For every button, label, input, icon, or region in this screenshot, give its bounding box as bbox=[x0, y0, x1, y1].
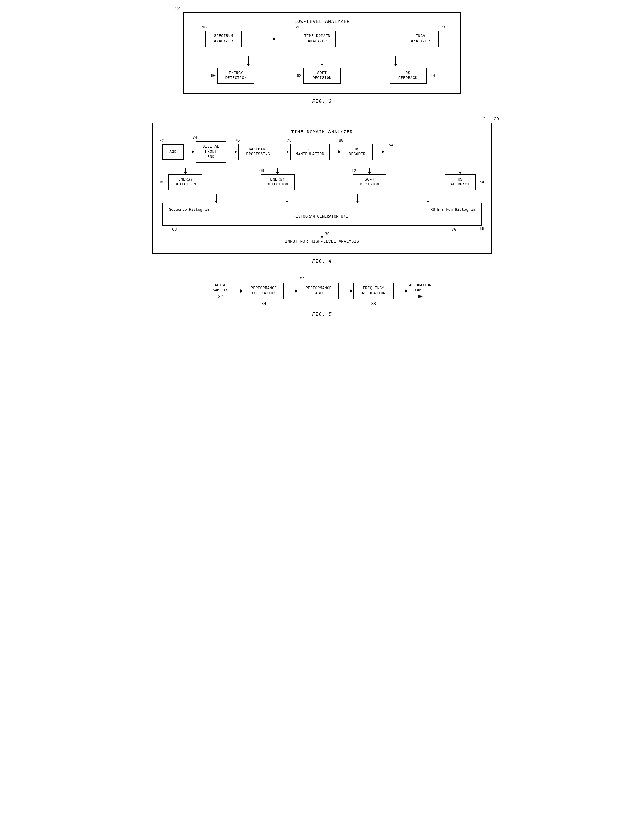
fig4-top-row: 72 A2D 74 DIGITALFRONTEND 76 bbox=[162, 141, 482, 163]
bit-manipulation-label: BITMANIPULATION bbox=[296, 147, 324, 157]
arrow-dfe-bbp bbox=[228, 152, 237, 152]
soft-dec-col: 62 SOFTDECISION bbox=[353, 168, 386, 191]
output-down-arrow: 30 bbox=[322, 229, 322, 238]
soft-dec-ref: 62 bbox=[351, 169, 356, 173]
noise-samples-label: NOISESAMPLES bbox=[213, 283, 228, 293]
down-arrow-inca bbox=[396, 57, 396, 66]
time-domain-analyzer-box: TIME DOMAINANALYZER bbox=[299, 31, 336, 47]
energy-det-2-col: 60 ENERGYDETECTION bbox=[261, 168, 294, 191]
histogram-box: Sequence_Histogram RS_Err_Num_Histogram … bbox=[162, 203, 482, 226]
energy-detection-box: ENERGYDETECTION bbox=[218, 68, 255, 84]
inca-analyzer-label: INCAANALYZER bbox=[411, 34, 430, 44]
energy-det-1-block: 60— ENERGYDETECTION bbox=[169, 174, 202, 191]
arrow-pt-fa bbox=[340, 291, 352, 291]
fig4-container: 20 ↗ TIME DOMAIN ANALYZER 72 A2D 74 bbox=[152, 123, 492, 264]
soft-dec-block: 62 SOFTDECISION bbox=[353, 174, 386, 191]
energy-det-1-ref: 60— bbox=[160, 180, 167, 184]
energy-det-2-block: 60 ENERGYDETECTION bbox=[261, 174, 294, 191]
alloc-table-ref: 90 bbox=[418, 295, 423, 299]
rs-decoder-ref: 80 bbox=[339, 138, 343, 143]
digital-front-end-box: DIGITALFRONTEND bbox=[196, 141, 226, 163]
bit-manipulation-box: BITMANIPULATION bbox=[290, 144, 330, 160]
energy-det-1-box: ENERGYDETECTION bbox=[169, 174, 202, 191]
seq-ref: 68 bbox=[172, 227, 177, 232]
perf-table-label: PERFORMANCETABLE bbox=[306, 286, 332, 296]
down-arrow-rsd bbox=[460, 168, 460, 174]
perf-table-ref: 86 bbox=[300, 276, 305, 281]
digital-front-end-label: DIGITALFRONTEND bbox=[202, 144, 219, 160]
fig4-down-arrows-2 bbox=[162, 193, 482, 203]
energy-detection-block: 60— ENERGYDETECTION bbox=[218, 68, 255, 84]
output-arrow-container: 54 ← bbox=[375, 149, 386, 155]
perf-table-box: PERFORMANCETABLE bbox=[299, 283, 339, 299]
a2d-block: 72 A2D bbox=[162, 144, 184, 160]
fig4-outer-label: TIME DOMAIN ANALYZER bbox=[162, 130, 482, 135]
perf-est-ref: 84 bbox=[261, 301, 266, 306]
time-domain-analyzer-block: 20— TIME DOMAINANALYZER bbox=[299, 31, 336, 47]
down-hist-1 bbox=[216, 193, 216, 203]
output-ref: 54 bbox=[389, 143, 394, 147]
arrow-sa-tda bbox=[266, 38, 275, 39]
inca-analyzer-ref: —18 bbox=[439, 25, 446, 30]
down-arrow-dfe bbox=[277, 168, 278, 174]
energy-det-2-ref: 60 bbox=[259, 169, 264, 173]
fig3-vertical-arrows bbox=[193, 57, 451, 66]
energy-det-1-col: 60— ENERGYDETECTION bbox=[169, 168, 202, 191]
noise-samples-ref: 82 bbox=[218, 295, 223, 299]
perf-table-container: PERFORMANCETABLE 86 bbox=[299, 283, 339, 299]
noise-samples-container: NOISESAMPLES 82 bbox=[213, 283, 228, 299]
digital-front-end-ref: 74 bbox=[192, 135, 198, 140]
seq-histogram-label: Sequence_Histogram bbox=[169, 208, 209, 212]
arrow-ns-pe bbox=[230, 291, 242, 291]
down-output bbox=[322, 229, 322, 238]
alloc-table-label: ALLOCATIONTABLE bbox=[409, 283, 431, 293]
histogram-title: HISTOGRAM GENERATOR UNIT bbox=[169, 215, 475, 219]
arrow-bm-rsd bbox=[331, 152, 340, 152]
rs-feedback-block: —64 RSFEEDBACK bbox=[389, 68, 426, 84]
bit-manipulation-ref: 78 bbox=[287, 138, 292, 143]
rs-fb-label: RSFEEDBACK bbox=[451, 177, 470, 187]
fig3-outer-ref: 12 bbox=[175, 6, 180, 11]
fig4-outer-ref: 20 bbox=[494, 117, 499, 121]
freq-alloc-ref: 88 bbox=[371, 301, 376, 306]
rs-feedback-label: RSFEEDBACK bbox=[399, 71, 418, 81]
rs-fb-box: RSFEEDBACK bbox=[445, 174, 475, 191]
arrow-a2d-dfe bbox=[185, 152, 194, 152]
down-hist-2 bbox=[287, 193, 287, 203]
alloc-table-container: ALLOCATIONTABLE 90 bbox=[409, 283, 431, 299]
spectrum-analyzer-box: SPECTRUMANALYZER bbox=[205, 31, 242, 47]
inca-analyzer-box: INCAANALYZER bbox=[402, 31, 439, 47]
fig4-outer-arrow: ↗ bbox=[482, 115, 485, 120]
rs-ref: 70 bbox=[452, 227, 457, 232]
freq-alloc-container: FREQUENCYALLOCATION 88 bbox=[353, 283, 394, 299]
arrow-bbp-bm bbox=[279, 152, 289, 152]
freq-alloc-box: FREQUENCYALLOCATION bbox=[353, 283, 394, 299]
energy-detection-label: ENERGYDETECTION bbox=[225, 71, 247, 81]
soft-decision-label: SOFTDECISION bbox=[313, 71, 331, 81]
rs-decoder-block: 80 RSDECODER bbox=[342, 144, 373, 160]
output-arrow bbox=[375, 152, 384, 152]
fig3-row1: 16— SPECTRUMANALYZER 20— TIME DOMAINANAL… bbox=[193, 31, 451, 47]
freq-alloc-label: FREQUENCYALLOCATION bbox=[362, 286, 386, 296]
fig5-container: NOISESAMPLES 82 PERFORMANCEESTIMATION 84… bbox=[168, 283, 476, 317]
a2d-ref: 72 bbox=[159, 138, 164, 143]
rs-fb-block: —64 RSFEEDBACK bbox=[445, 174, 475, 191]
fig5-row: NOISESAMPLES 82 PERFORMANCEESTIMATION 84… bbox=[213, 283, 431, 299]
soft-decision-ref: 62— bbox=[297, 74, 304, 78]
output-ref2: 30 bbox=[325, 232, 330, 236]
histogram-inner: Sequence_Histogram RS_Err_Num_Histogram bbox=[169, 208, 475, 212]
down-arrow-bbp bbox=[369, 168, 370, 174]
soft-decision-block: 62— SOFTDECISION bbox=[304, 68, 340, 84]
rs-histogram-label: RS_Err_Num_Histogram bbox=[431, 208, 475, 212]
time-domain-analyzer-label: TIME DOMAINANALYZER bbox=[304, 34, 331, 44]
histogram-area: Sequence_Histogram RS_Err_Num_Histogram … bbox=[162, 203, 482, 226]
down-arrow-a2d bbox=[185, 168, 186, 174]
baseband-processing-box: BASEBANDPROCESSING bbox=[238, 144, 278, 160]
arrow1 bbox=[266, 38, 275, 39]
arrow-pe-pt bbox=[285, 291, 297, 291]
soft-dec-label: SOFTDECISION bbox=[360, 177, 379, 187]
inca-analyzer-block: —18 INCAANALYZER bbox=[402, 31, 439, 47]
down-hist-3 bbox=[357, 193, 358, 203]
spectrum-analyzer-label: SPECTRUMANALYZER bbox=[214, 34, 233, 44]
down-hist-4 bbox=[428, 193, 428, 203]
